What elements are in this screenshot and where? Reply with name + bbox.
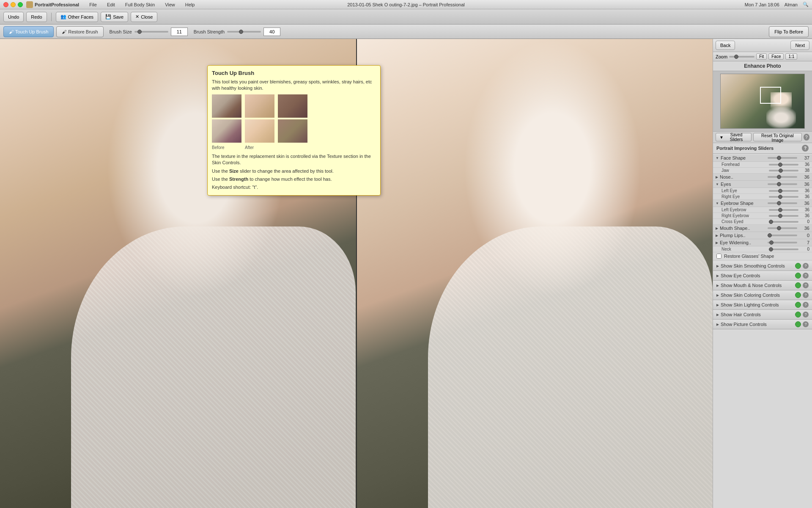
eyebrow-shape-slider[interactable] xyxy=(768,202,797,204)
eye-controls-help[interactable]: ? xyxy=(803,273,809,279)
reset-button[interactable]: Reset To Original Image xyxy=(753,133,801,141)
close-button[interactable]: ✕ Close xyxy=(131,12,157,22)
save-icon: 💾 xyxy=(105,14,111,19)
brush-size-label: Brush Size xyxy=(110,29,132,34)
neck-value: 0 xyxy=(800,247,809,251)
tooltip-images xyxy=(212,94,376,143)
plump-lips-group[interactable]: ▶ Plump Lips.. 0 xyxy=(713,232,812,239)
eyebrow-shape-label: Eyebrow Shape xyxy=(721,201,766,206)
skin-smoothing-help[interactable]: ? xyxy=(803,263,809,269)
minimize-window-button[interactable] xyxy=(11,2,16,7)
image-area[interactable]: Touch Up Brush This tool lets you paint … xyxy=(0,39,713,508)
mouth-shape-group[interactable]: ▶ Mouth Shape.. 36 xyxy=(713,225,812,232)
other-faces-button[interactable]: 👥 Other Faces xyxy=(56,12,99,22)
save-button[interactable]: 💾 Save xyxy=(101,12,128,22)
eye-widening-slider[interactable] xyxy=(768,242,797,243)
zoom-bar: Zoom Fit Face 1:1 xyxy=(713,52,812,61)
portrait-improving-help-icon[interactable]: ? xyxy=(802,145,809,152)
zoom-fit-button[interactable]: Fit xyxy=(756,53,767,60)
right-panel: Back Next Zoom Fit Face 1:1 Enhance Phot… xyxy=(713,39,812,508)
skin-lighting-help[interactable]: ? xyxy=(803,302,809,308)
zoom-1to1-button[interactable]: 1:1 xyxy=(785,53,797,60)
eyes-triangle: ▼ xyxy=(716,182,719,186)
tooltip-note1: The texture in the replacement skin is c… xyxy=(212,153,376,166)
thumbnail[interactable] xyxy=(720,74,805,129)
eyebrow-triangle: ▼ xyxy=(716,202,719,205)
face-shape-group[interactable]: ▼ Face Shape 37 xyxy=(713,155,812,162)
menu-view[interactable]: View xyxy=(163,2,177,7)
skin-before-image xyxy=(245,94,274,118)
jaw-value: 38 xyxy=(800,168,809,173)
cross-eyed-slider[interactable] xyxy=(769,221,798,223)
left-eye-slider[interactable] xyxy=(769,190,798,192)
show-picture-controls-section[interactable]: ▶ Show Picture Controls ? xyxy=(713,320,812,329)
skin-coloring-help[interactable]: ? xyxy=(803,292,809,298)
nose-group[interactable]: ▶ Nose.. 36 xyxy=(713,174,812,181)
thumbnail-area xyxy=(713,71,812,132)
right-eyebrow-slider[interactable] xyxy=(769,215,798,217)
eye-widening-group[interactable]: ▶ Eye Widening.. 7 xyxy=(713,239,812,246)
menu-help[interactable]: Help xyxy=(184,2,197,7)
show-skin-lighting-section[interactable]: ▶ Show Skin Lighting Controls ? xyxy=(713,300,812,310)
brush-size-input[interactable]: 11 xyxy=(171,28,188,36)
mouth-shape-slider[interactable] xyxy=(768,227,797,229)
brush-strength-slider[interactable] xyxy=(227,31,261,33)
maximize-window-button[interactable] xyxy=(18,2,23,7)
brush-size-slider[interactable] xyxy=(134,31,168,33)
saved-sliders-button[interactable]: ▼ Saved Sliders xyxy=(716,133,752,141)
face-shape-slider[interactable] xyxy=(768,157,797,159)
show-mouth-nose-section[interactable]: ▶ Show Mouth & Nose Controls ? xyxy=(713,281,812,290)
eyebrow-shape-group[interactable]: ▼ Eyebrow Shape 36 xyxy=(713,200,812,207)
zoom-face-button[interactable]: Face xyxy=(768,53,784,60)
brush-strength-input[interactable]: 40 xyxy=(263,28,280,36)
right-eye-value: 36 xyxy=(800,194,809,199)
tooltip-caption: Before After xyxy=(212,145,376,150)
show-hair-controls-section[interactable]: ▶ Show Hair Controls ? xyxy=(713,310,812,320)
eyes-group[interactable]: ▼ Eyes 36 xyxy=(713,181,812,188)
menu-file[interactable]: File xyxy=(88,2,99,7)
dark-before-image xyxy=(278,94,307,118)
nose-slider[interactable] xyxy=(768,176,797,178)
main-toolbar: Undo Redo 👥 Other Faces 💾 Save ✕ Close xyxy=(0,9,812,25)
mouth-nose-help[interactable]: ? xyxy=(803,282,809,288)
undo-button[interactable]: Undo xyxy=(3,12,24,22)
flip-to-before-button[interactable]: Flip To Before xyxy=(769,26,809,37)
plump-lips-slider[interactable] xyxy=(768,235,797,236)
skin-coloring-dot xyxy=(795,292,801,298)
show-eye-controls-section[interactable]: ▶ Show Eye Controls ? xyxy=(713,271,812,281)
app-icon xyxy=(26,1,33,8)
menu-full-body-skin[interactable]: Full Body Skin xyxy=(123,2,156,7)
right-eye-label: Right Eye xyxy=(721,194,767,199)
jaw-slider[interactable] xyxy=(769,170,798,171)
title-bar: PortraitProfessional File Edit Full Body… xyxy=(0,0,812,9)
toolbar-separator xyxy=(51,13,52,21)
next-button[interactable]: Next xyxy=(790,41,809,50)
zoom-label: Zoom xyxy=(716,54,727,59)
search-icon[interactable]: 🔍 xyxy=(803,2,809,7)
skin-after-image xyxy=(245,119,274,143)
menu-edit[interactable]: Edit xyxy=(105,2,117,7)
restore-glasses-checkbox[interactable] xyxy=(716,254,721,259)
picture-controls-arrow: ▶ xyxy=(716,323,719,326)
show-skin-coloring-section[interactable]: ▶ Show Skin Coloring Controls ? xyxy=(713,290,812,300)
picture-controls-help[interactable]: ? xyxy=(803,321,809,327)
back-button[interactable]: Back xyxy=(716,41,735,50)
show-skin-smoothing-section[interactable]: ▶ Show Skin Smoothing Controls ? xyxy=(713,261,812,271)
eyes-slider[interactable] xyxy=(768,183,797,185)
left-eyebrow-slider[interactable] xyxy=(769,209,798,211)
restore-brush-button[interactable]: 🖌 Restore Brush xyxy=(56,26,103,37)
zoom-slider[interactable] xyxy=(729,56,754,58)
saved-sliders-help-icon[interactable]: ? xyxy=(804,134,809,141)
hair-controls-label: Show Hair Controls xyxy=(721,312,795,317)
close-window-button[interactable] xyxy=(3,2,8,7)
right-eyebrow-label: Right Eyebrow xyxy=(721,213,767,218)
touch-up-brush-button[interactable]: 🖌 Touch Up Brush xyxy=(3,26,54,37)
portrait-improving-header: Portrait Improving Sliders ? xyxy=(713,143,812,154)
dark-pair xyxy=(278,94,307,143)
right-eye-slider[interactable] xyxy=(769,196,798,198)
forehead-slider[interactable] xyxy=(769,164,798,166)
enhance-label: Enhance Photo xyxy=(713,61,812,71)
hair-controls-help[interactable]: ? xyxy=(803,312,809,318)
neck-slider[interactable] xyxy=(769,248,798,250)
redo-button[interactable]: Redo xyxy=(26,12,47,22)
